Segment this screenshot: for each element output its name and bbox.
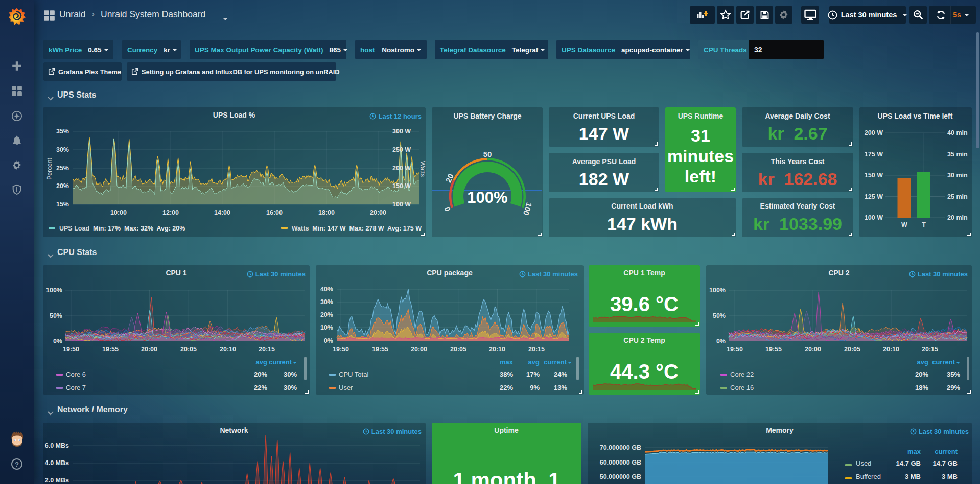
svg-text:?: ? [15, 460, 19, 468]
